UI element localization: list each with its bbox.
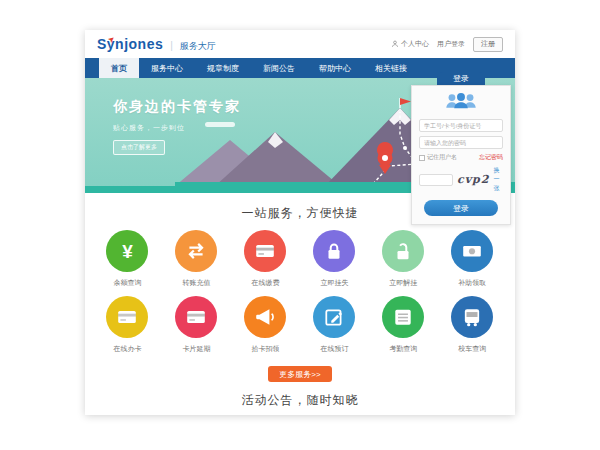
users-group-icon <box>444 92 478 110</box>
nav-item-service-center[interactable]: 服务中心 <box>139 58 195 78</box>
service-lost-found[interactable]: 拾卡招领 <box>231 296 300 354</box>
user-center-link[interactable]: 个人中心 <box>391 39 429 49</box>
site-mockup: Synjones ➤ | 服务大厅 个人中心 用户登录 注册 首页 服务中心 规… <box>85 30 515 415</box>
transfer-arrows-icon <box>185 240 207 262</box>
yuan-icon: ¥ <box>122 242 133 261</box>
service-report-loss[interactable]: 立即挂失 <box>300 230 369 288</box>
bus-icon <box>461 306 483 328</box>
service-apply-card[interactable]: 在线办卡 <box>93 296 162 354</box>
megaphone-icon <box>254 306 276 328</box>
service-unsuspend[interactable]: 立即解挂 <box>369 230 438 288</box>
captcha-refresh-link[interactable]: 换一张 <box>493 166 503 193</box>
header: Synjones ➤ | 服务大厅 个人中心 用户登录 注册 <box>85 30 515 58</box>
user-login-link[interactable]: 用户登录 <box>437 39 465 49</box>
user-center-label: 个人中心 <box>401 39 429 49</box>
banknote-icon <box>461 240 483 262</box>
service-balance[interactable]: ¥ 余额查询 <box>93 230 162 288</box>
nav-item-home[interactable]: 首页 <box>99 58 139 78</box>
service-pay-online[interactable]: 在线缴费 <box>231 230 300 288</box>
banner-cta-button[interactable]: 点击了解更多 <box>113 140 165 155</box>
remember-label: 记住用户名 <box>427 153 457 162</box>
more-services-button[interactable]: 更多服务>> <box>268 366 332 382</box>
password-input[interactable] <box>419 136 503 149</box>
divider: | <box>170 40 173 51</box>
announcements-title: 活动公告，随时知晓 <box>85 392 515 409</box>
person-icon <box>391 40 399 48</box>
logo[interactable]: Synjones ➤ | 服务大厅 <box>97 36 216 53</box>
services-grid: ¥ 余额查询 转账充值 在线缴费 <box>85 230 515 362</box>
service-subsidy[interactable]: 补助领取 <box>438 230 507 288</box>
unlock-icon <box>392 240 414 262</box>
service-attendance[interactable]: 考勤查询 <box>369 296 438 354</box>
username-input[interactable] <box>419 119 503 132</box>
service-school-bus[interactable]: 校车查询 <box>438 296 507 354</box>
header-links: 个人中心 用户登录 注册 <box>391 37 503 52</box>
captcha-input[interactable] <box>419 174 453 186</box>
remember-checkbox[interactable] <box>419 155 425 161</box>
lock-icon <box>323 240 345 262</box>
nav-item-rules[interactable]: 规章制度 <box>195 58 251 78</box>
bank-card-icon <box>254 240 276 262</box>
login-tab[interactable]: 登录 <box>437 72 485 85</box>
list-icon <box>392 306 414 328</box>
service-online-booking[interactable]: 在线预订 <box>300 296 369 354</box>
user-login-label: 用户登录 <box>437 39 465 49</box>
card-icon <box>116 306 138 328</box>
login-submit-button[interactable]: 登录 <box>424 200 498 216</box>
service-transfer[interactable]: 转账充值 <box>162 230 231 288</box>
site-name: 服务大厅 <box>180 40 216 53</box>
service-card-renewal[interactable]: 卡片延期 <box>162 296 231 354</box>
login-panel: 登录 记住用户名 忘记密码 cvp2 换一张 登录 <box>411 72 511 225</box>
edit-icon <box>323 306 345 328</box>
register-button[interactable]: 注册 <box>473 37 503 52</box>
announcements-section: 活动公告，随时知晓 使用须知 最新公告 更多>> 使用指南 更多>> <box>85 392 515 415</box>
card-icon <box>185 306 207 328</box>
nav-item-news[interactable]: 新闻公告 <box>251 58 307 78</box>
captcha-image[interactable]: cvp2 <box>457 173 489 186</box>
banner-subtitle: 贴心服务，一步到位 <box>113 123 241 133</box>
nav-item-help[interactable]: 帮助中心 <box>307 58 363 78</box>
forgot-password-link[interactable]: 忘记密码 <box>479 153 503 162</box>
banner-title: 你身边的卡管专家 <box>113 98 241 116</box>
